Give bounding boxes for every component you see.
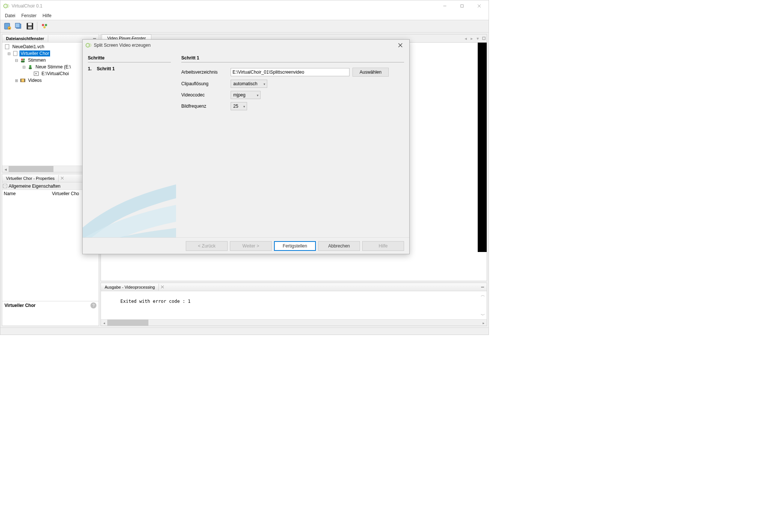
codec-label: Videocodec [181, 92, 231, 98]
open-file-button[interactable] [14, 21, 24, 31]
svg-rect-32 [483, 37, 485, 40]
main-window: VirtualChoir 0.1 Datei Fenster Hilfe ★ D… [0, 0, 489, 335]
split-screen-dialog: Split Screen Video erzeugen Schritte 1.S… [82, 39, 410, 254]
properties-tab[interactable]: Virtueller Chor - Properties [2, 175, 59, 182]
output-tab[interactable]: Ausgabe - Videoprocessing [101, 284, 159, 290]
svg-rect-29 [24, 79, 25, 82]
dialog-form: Schritt 1 Arbeitsverzeichnis Auswählen C… [176, 51, 409, 237]
step-number: 1. [88, 66, 92, 71]
person-icon [27, 64, 33, 70]
save-button[interactable] [25, 21, 35, 31]
svg-text:★: ★ [8, 27, 10, 30]
resolution-select[interactable]: automatisch▾ [231, 80, 267, 88]
output-hscroll[interactable]: ◂▸ [101, 319, 487, 326]
workdir-input[interactable] [231, 68, 349, 76]
tab-prev-icon[interactable]: ◂ [463, 34, 469, 42]
scroll-down-icon[interactable]: ﹀ [480, 312, 486, 318]
choose-button[interactable]: Auswählen [352, 68, 389, 77]
minimize-button[interactable] [436, 0, 453, 12]
tree-stimme-path[interactable]: E:\VirtualChoi [40, 71, 70, 77]
dialog-title: Split Screen Video erzeugen [94, 43, 394, 48]
svg-rect-19 [13, 51, 17, 56]
menu-help[interactable]: Hilfe [40, 12, 55, 19]
svg-rect-18 [5, 44, 9, 49]
help-button[interactable]: Hilfe [362, 241, 404, 251]
codec-select[interactable]: mjpeg▾ [231, 91, 261, 99]
svg-point-16 [43, 26, 46, 28]
back-button[interactable]: < Zurück [186, 241, 228, 251]
close-button[interactable] [471, 0, 488, 12]
cancel-button[interactable]: Abbrechen [318, 241, 360, 251]
svg-rect-22 [21, 61, 25, 62]
film-icon [20, 77, 26, 83]
window-title: VirtualChoir 0.1 [12, 3, 436, 9]
output-panel: Ausgabe - Videoprocessing ︿ Exited with … [101, 283, 487, 326]
tree-stimmen[interactable]: Stimmen [27, 57, 47, 63]
workdir-label: Arbeitsverzeichnis [181, 70, 231, 75]
panel-minimize-icon[interactable] [479, 284, 486, 290]
fileview-tab[interactable]: Dateiansichtfenster [2, 35, 48, 42]
codec-value: mjpeg [233, 92, 246, 98]
people-icon [20, 57, 26, 63]
maximize-button[interactable] [453, 0, 471, 12]
toolbar: ★ [0, 20, 489, 33]
svg-point-23 [29, 65, 31, 67]
svg-rect-10 [15, 23, 20, 28]
chevron-down-icon: ▾ [264, 82, 265, 86]
svg-rect-3 [461, 5, 464, 7]
fps-value: 25 [233, 104, 238, 109]
step-1[interactable]: 1.Schritt 1 [88, 66, 171, 71]
tree-videos[interactable]: Videos [27, 77, 43, 83]
watermark-icon [83, 163, 176, 237]
dialog-steps-sidebar: Schritte 1.Schritt 1 [83, 51, 176, 237]
tree-root[interactable]: NeueDatei1.vch [11, 44, 45, 50]
tree-toggle[interactable]: ⊟ [7, 52, 11, 56]
fps-label: Bildfrequenz [181, 104, 231, 109]
menu-file[interactable]: Datei [2, 12, 18, 19]
video-black-area [478, 43, 487, 252]
menu-window[interactable]: Fenster [18, 12, 40, 19]
file-icon [12, 50, 18, 56]
svg-point-21 [23, 59, 25, 61]
svg-rect-13 [28, 27, 32, 29]
video-icon [33, 71, 39, 77]
svg-rect-12 [28, 23, 32, 25]
tree-chor[interactable]: Virtueller Chor [19, 50, 50, 56]
help-icon[interactable]: ? [90, 302, 96, 308]
section-label: Allgemeine Eigenschaften [9, 184, 61, 189]
dialog-close-button[interactable] [394, 41, 406, 50]
fps-select[interactable]: 25▾ [231, 102, 247, 110]
new-file-button[interactable]: ★ [3, 21, 12, 31]
dialog-icon [86, 42, 92, 48]
output-text: Exited with error code : 1 [105, 299, 482, 304]
tree-toggle[interactable]: ⊟ [14, 58, 19, 62]
next-button[interactable]: Weiter > [230, 241, 272, 251]
resolution-label: Clipauflösung [181, 81, 231, 86]
app-icon [3, 3, 9, 9]
tree-toggle[interactable]: ⊞ [14, 79, 19, 83]
titlebar: VirtualChoir 0.1 [0, 0, 489, 12]
finish-button[interactable]: Fertigstellen [274, 241, 316, 251]
properties-close-icon[interactable] [59, 175, 65, 182]
choir-button[interactable] [40, 21, 49, 31]
scroll-up-icon[interactable]: ︿ [480, 292, 486, 298]
steps-header: Schritte [88, 55, 171, 62]
tab-menu-icon[interactable]: ▾ [475, 34, 481, 42]
tab-maximize-icon[interactable] [481, 34, 487, 42]
step-header: Schritt 1 [181, 55, 404, 62]
statusbar [0, 327, 489, 335]
svg-point-20 [21, 59, 23, 61]
property-key: Name [2, 191, 50, 196]
svg-rect-28 [21, 79, 21, 82]
resolution-value: automatisch [233, 81, 258, 86]
dialog-wrapper: Split Screen Video erzeugen Schritte 1.S… [82, 39, 410, 254]
svg-rect-24 [29, 67, 32, 69]
tree-toggle[interactable]: ⊟ [22, 65, 26, 69]
chevron-down-icon: ▾ [257, 93, 259, 97]
svg-point-15 [45, 24, 47, 26]
property-category: Virtueller Chor [2, 301, 99, 310]
output-close-icon[interactable] [159, 284, 166, 290]
tab-next-icon[interactable]: ▸ [469, 34, 475, 42]
tree-neue-stimme[interactable]: Neue Stimme (E:\ [34, 64, 72, 70]
chevron-down-icon: ▾ [243, 105, 245, 108]
